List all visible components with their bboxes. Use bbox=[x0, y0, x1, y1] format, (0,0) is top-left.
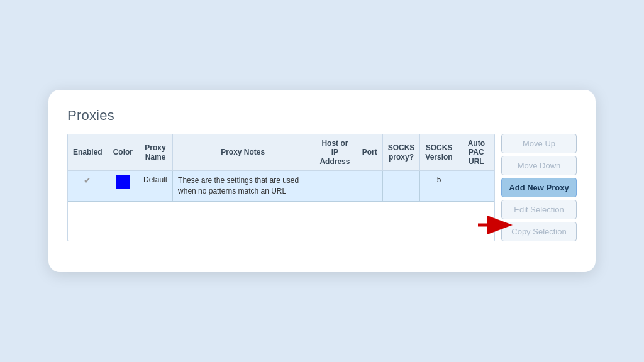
proxies-table-area: Enabled Color ProxyName Proxy Notes Host… bbox=[67, 134, 495, 241]
cell-enabled: ✔ bbox=[68, 171, 108, 202]
add-new-proxy-button[interactable]: Add New Proxy bbox=[501, 178, 577, 197]
col-socks-proxy: SOCKSproxy? bbox=[382, 134, 420, 171]
proxies-table: Enabled Color ProxyName Proxy Notes Host… bbox=[68, 134, 494, 202]
col-port: Port bbox=[357, 134, 382, 171]
cell-color bbox=[108, 171, 138, 202]
proxies-panel: Proxies Enabled Color ProxyName Proxy No… bbox=[48, 90, 596, 272]
edit-selection-button[interactable]: Edit Selection bbox=[501, 200, 577, 219]
panel-title: Proxies bbox=[67, 107, 577, 124]
cell-proxy-name: Default bbox=[138, 171, 173, 202]
cell-host-ip bbox=[313, 171, 357, 202]
move-up-button[interactable]: Move Up bbox=[501, 134, 577, 153]
color-swatch bbox=[116, 175, 130, 189]
cell-port bbox=[357, 171, 382, 202]
copy-selection-button[interactable]: Copy Selection bbox=[501, 222, 577, 241]
cell-socks-proxy bbox=[382, 171, 420, 202]
table-row[interactable]: ✔ Default These are the settings that ar… bbox=[68, 171, 494, 202]
table-header-row: Enabled Color ProxyName Proxy Notes Host… bbox=[68, 134, 494, 171]
col-enabled: Enabled bbox=[68, 134, 108, 171]
action-buttons: Move Up Move Down Add New Proxy Edit Sel… bbox=[501, 134, 577, 241]
col-color: Color bbox=[108, 134, 138, 171]
content-area: Enabled Color ProxyName Proxy Notes Host… bbox=[67, 134, 577, 241]
col-proxy-name: ProxyName bbox=[138, 134, 173, 171]
col-host-ip: Host or IPAddress bbox=[313, 134, 357, 171]
move-down-button[interactable]: Move Down bbox=[501, 156, 577, 175]
cell-proxy-notes: These are the settings that are used whe… bbox=[173, 171, 313, 202]
cell-auto-pac bbox=[458, 171, 494, 202]
col-socks-version: SOCKSVersion bbox=[420, 134, 458, 171]
col-proxy-notes: Proxy Notes bbox=[173, 134, 313, 171]
col-auto-pac: Auto PACURL bbox=[458, 134, 494, 171]
checkmark-icon: ✔ bbox=[84, 175, 91, 185]
cell-socks-version: 5 bbox=[420, 171, 458, 202]
